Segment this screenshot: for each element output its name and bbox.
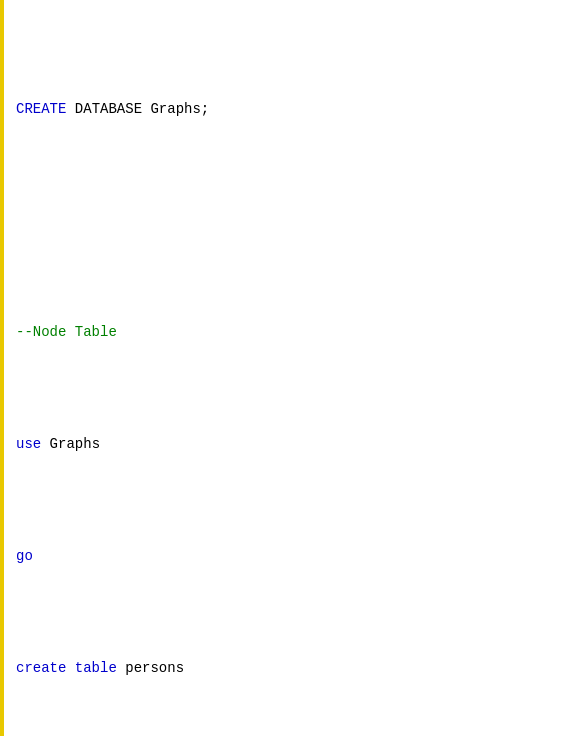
code-editor: CREATE DATABASE Graphs; --Node Table use… [0,0,585,736]
kw-use1: use [16,436,41,452]
comment-node-table: --Node Table [16,324,117,340]
code-line-blank-1 [16,210,573,232]
txt-database: DATABASE Graphs; [66,101,209,117]
txt-persons: persons [117,660,184,676]
code-line-create-persons: create table persons [16,657,573,679]
code-line-comment1: --Node Table [16,321,573,343]
kw-go1: go [16,548,33,564]
kw-create-table1: create table [16,660,117,676]
code-line-1: CREATE DATABASE Graphs; [16,98,573,120]
kw-create: CREATE [16,101,66,117]
code-line-go1: go [16,545,573,567]
code-content: CREATE DATABASE Graphs; --Node Table use… [16,8,573,736]
txt-graphs1: Graphs [41,436,100,452]
code-line-use1: use Graphs [16,433,573,455]
